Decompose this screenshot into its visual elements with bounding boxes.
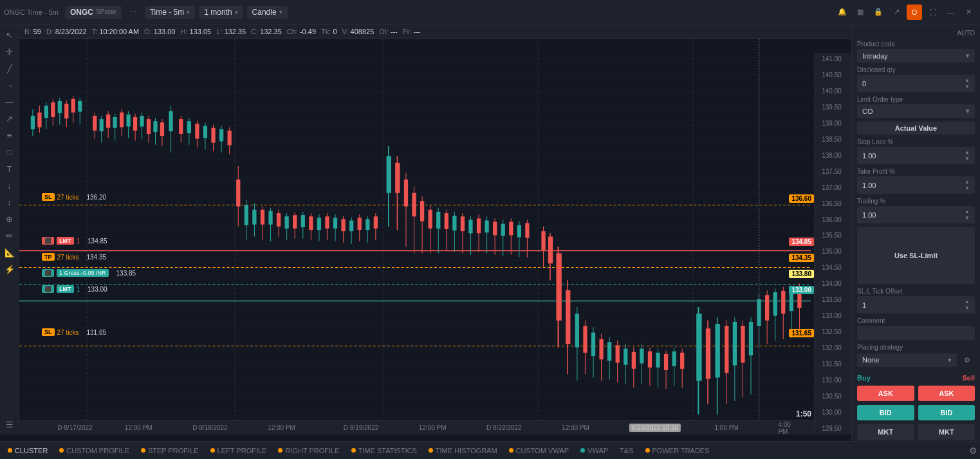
- rect-tool[interactable]: □: [2, 144, 17, 160]
- orange-badge-icon[interactable]: O: [907, 5, 922, 20]
- placing-strategy-settings-icon[interactable]: ⚙: [959, 352, 975, 368]
- disclosed-qty-up-arrow[interactable]: ▲: [965, 77, 970, 83]
- symbol-selector[interactable]: ONGC SPaise: [65, 6, 122, 19]
- svg-rect-148: [485, 220, 488, 232]
- magnet-tool[interactable]: ⚡: [2, 261, 17, 277]
- price-141: 141.00: [815, 55, 851, 62]
- take-profit-arrows[interactable]: ▲ ▼: [965, 179, 970, 191]
- stop-loss-down-arrow[interactable]: ▼: [965, 156, 970, 162]
- zoom-tool[interactable]: ⊕: [2, 211, 17, 227]
- hline-tool[interactable]: —: [2, 94, 17, 109]
- time-label-1: D 8/17/2022: [57, 424, 93, 431]
- placing-strategy-dropdown[interactable]: None ▾: [857, 353, 957, 367]
- sell-ask-button[interactable]: ASK: [918, 386, 975, 401]
- svg-rect-80: [203, 126, 207, 138]
- sl-bottom-label[interactable]: SL 27 ticks 131.65: [42, 328, 106, 336]
- price-axis: 141.00 140.50 140.00 139.50 139.00 138.5…: [814, 53, 851, 435]
- disclosed-qty-down-arrow[interactable]: ▼: [965, 84, 970, 89]
- sell-mkt-button[interactable]: MKT: [918, 424, 975, 440]
- sl-tick-offset-down-arrow[interactable]: ▼: [965, 305, 970, 311]
- fib-tool[interactable]: ≡: [2, 127, 17, 143]
- take-profit-input[interactable]: 1.00 ▲ ▼: [857, 176, 975, 194]
- crosshair-tool[interactable]: ✛: [2, 44, 17, 59]
- power-trades-tab[interactable]: POWER TRADES: [640, 445, 715, 456]
- sl-tick-offset-arrows[interactable]: ▲ ▼: [965, 299, 970, 311]
- vwap-label: VWAP: [587, 447, 608, 454]
- timeframe-dropdown[interactable]: Time - 5m ▾: [145, 6, 196, 19]
- svg-rect-114: [341, 219, 345, 231]
- svg-rect-44: [64, 104, 68, 118]
- lock-icon[interactable]: 🔒: [871, 5, 886, 20]
- text-tool[interactable]: T: [2, 161, 17, 176]
- disclosed-qty-val: 0: [862, 80, 866, 88]
- step-profile-tab[interactable]: STEP PROFILE: [136, 445, 204, 456]
- alert-icon[interactable]: 🔔: [835, 5, 850, 20]
- disclosed-qty-input[interactable]: 0 ▲ ▼: [857, 75, 975, 92]
- buy-ask-button[interactable]: ASK: [857, 386, 914, 401]
- symbol-settings-icon[interactable]: ⋯: [125, 5, 141, 20]
- bottom-settings-icon[interactable]: ⚙: [969, 445, 977, 456]
- sell-bid-button[interactable]: BID: [918, 405, 975, 420]
- product-code-label: Product code: [857, 41, 975, 48]
- cursor-tool[interactable]: ↖: [2, 27, 17, 42]
- left-profile-tab[interactable]: LEFT PROFILE: [205, 445, 272, 456]
- cluster-tab[interactable]: CLUSTER: [3, 445, 53, 456]
- disclosed-qty-arrows[interactable]: ▲ ▼: [965, 77, 970, 89]
- price-136: 136.00: [815, 216, 851, 223]
- buy-mkt-button[interactable]: MKT: [857, 424, 914, 440]
- comment-input[interactable]: [857, 326, 975, 340]
- custom-vwap-tab[interactable]: CUSTOM VWAP: [504, 445, 575, 456]
- chart-type-arrow-icon: ▾: [279, 9, 282, 15]
- ts-tab[interactable]: T&S: [615, 445, 638, 456]
- trailing-down-arrow[interactable]: ▼: [965, 215, 970, 221]
- stop-loss-arrows[interactable]: ▲ ▼: [965, 149, 970, 162]
- take-profit-up-arrow[interactable]: ▲: [965, 179, 970, 185]
- price-131: 131.00: [815, 377, 851, 384]
- buy-bid-button[interactable]: BID: [857, 405, 914, 420]
- lmt-buy-label[interactable]: ⬛ LMT 1 133.00: [42, 285, 107, 293]
- limit-order-type-val: CO: [862, 108, 873, 115]
- right-profile-tab[interactable]: RIGHT PROFILE: [273, 445, 344, 456]
- custom-profile-tab[interactable]: CUSTOM PROFILE: [54, 445, 134, 456]
- sl-tick-offset-up-arrow[interactable]: ▲: [965, 299, 970, 304]
- time-statistics-tab[interactable]: TIME STATISTICS: [346, 445, 422, 456]
- time-label-active: 8/23/2022 10:20: [629, 424, 681, 432]
- minimize-icon[interactable]: —: [943, 5, 958, 20]
- arrow-down-tool[interactable]: ↓: [2, 178, 17, 193]
- layers-icon[interactable]: ☰: [2, 417, 17, 432]
- stop-loss-up-arrow[interactable]: ▲: [965, 149, 970, 155]
- sl-top-label[interactable]: SL 27 ticks 136.20: [42, 193, 106, 201]
- period-dropdown[interactable]: 1 month ▾: [199, 6, 243, 19]
- grid-icon[interactable]: ▦: [853, 5, 868, 20]
- measure-tool[interactable]: ↕: [2, 194, 17, 210]
- limit-order-type-dropdown[interactable]: CO ▾: [857, 104, 975, 118]
- tp-label[interactable]: TP 27 ticks 134.35: [42, 253, 106, 261]
- trailing-input[interactable]: 1.00 ▲ ▼: [857, 206, 975, 223]
- svg-rect-98: [277, 213, 281, 227]
- product-code-dropdown[interactable]: Intraday ▾: [857, 49, 975, 62]
- time-histogram-label: TIME HISTOGRAM: [436, 447, 497, 454]
- take-profit-down-arrow[interactable]: ▼: [965, 185, 970, 191]
- line-tool[interactable]: ╱: [2, 61, 17, 76]
- lmt-sell-label[interactable]: ⬛ LMT 1 134.85: [42, 237, 107, 245]
- trailing-arrows[interactable]: ▲ ▼: [965, 209, 970, 221]
- svg-rect-146: [477, 218, 481, 233]
- trailing-up-arrow[interactable]: ▲: [965, 209, 970, 214]
- trailing-section: Trailing % 1.00 ▲ ▼: [857, 198, 975, 223]
- trend-tool[interactable]: ↗: [2, 111, 17, 126]
- pencil-tool[interactable]: ✏: [2, 228, 17, 243]
- close-icon[interactable]: ✕: [961, 5, 976, 20]
- ray-tool[interactable]: →: [2, 77, 17, 93]
- fullscreen-icon[interactable]: ⛶: [925, 5, 940, 20]
- chart-main[interactable]: SL 27 ticks 136.20 ⬛ LMT 1 134.85 TP 27 …: [19, 39, 851, 435]
- comment-label: Comment: [857, 317, 975, 324]
- chart-type-dropdown[interactable]: Candle ▾: [247, 6, 288, 19]
- sl-tick-offset-input[interactable]: 1 ▲ ▼: [857, 296, 975, 314]
- ruler-tool[interactable]: 📐: [2, 245, 17, 260]
- time-histogram-tab[interactable]: TIME HISTOGRAM: [423, 445, 503, 456]
- share-icon[interactable]: ↗: [889, 5, 904, 20]
- use-sl-limit-button[interactable]: Use SL-Limit: [857, 227, 975, 284]
- vwap-tab[interactable]: VWAP: [575, 445, 613, 456]
- placing-strategy-section: Placing strategy None ▾ ⚙: [857, 344, 975, 368]
- stop-loss-input[interactable]: 1.00 ▲ ▼: [857, 147, 975, 164]
